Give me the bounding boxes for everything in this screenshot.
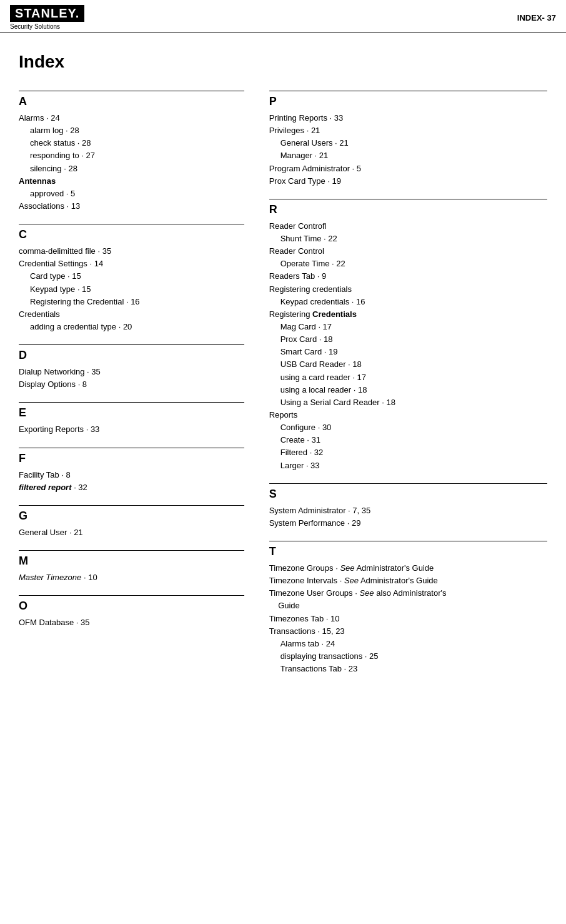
section-rule-s [269,483,547,484]
letter-o: O [19,600,244,613]
list-item: Master Timezone · 10 [19,573,97,582]
section-rule-c [19,224,244,224]
section-r-content: Reader Controfl Shunt Time · 22 Reader C… [269,220,547,472]
list-item: Antennas [19,176,56,186]
section-c-content: comma-delimitted file · 35 Credential Se… [19,245,244,333]
list-item: Reports [269,410,298,419]
letter-r: R [269,203,547,216]
list-item: Printing Reports · 33 [269,113,344,123]
logo-text: STANLEY. [15,6,79,20]
list-item: Registering credentials [269,284,352,294]
list-item: Prox Card Type · 19 [269,176,341,186]
list-item: Credential Settings · 14 [19,259,103,268]
list-item: Reader Controfl [269,221,327,231]
section-rule-a [19,91,244,91]
section-p-content: Printing Reports · 33 Privileges · 21 Ge… [269,112,547,188]
list-item: Facility Tab · 8 [19,470,71,480]
section-rule-f [19,448,244,448]
section-a-content: Alarms · 24 alarm log · 28 check status … [19,112,244,213]
list-item: Filtered · 32 [281,446,547,459]
list-item: Registering the Credential · 16 [30,296,244,308]
list-item: Timezone Groups · See Administrator's Gu… [269,563,434,573]
list-item: Shunt Time · 22 [281,233,547,245]
section-p: P Printing Reports · 33 Privileges · 21 … [269,91,547,188]
section-e: E Exporting Reports · 33 [19,402,244,436]
list-item: Card type · 15 [30,270,244,283]
list-item: System Administrator · 7, 35 [269,506,371,515]
section-c: C comma-delimitted file · 35 Credential … [19,224,244,333]
list-item: Keypad type · 15 [30,283,244,296]
list-item: Transactions · 15, 23 [269,626,345,636]
list-item: filtered report · 32 [19,483,87,492]
list-item: Display Options · 8 [19,379,87,389]
section-rule-e [19,402,244,403]
section-rule-t [269,541,547,541]
list-item: check status · 28 [30,137,244,149]
section-rule-r [269,199,547,199]
section-m-content: Master Timezone · 10 [19,571,244,584]
list-item: Keypad credentials · 16 [281,296,547,308]
list-item: System Performance · 29 [269,518,361,528]
list-item: General User · 21 [19,528,83,537]
letter-a: A [19,95,244,108]
list-item: using a card reader · 17 [281,371,547,384]
section-d: D Dialup Networking · 35 Display Options… [19,344,244,391]
list-item: displaying transactions · 25 [281,650,547,663]
list-item: Larger · 33 [281,459,547,472]
main-content: Index A Alarms · 24 alarm log · 28 check… [0,33,566,705]
list-item: Mag Card · 17 [281,321,547,333]
letter-m: M [19,555,244,568]
section-f-content: Facility Tab · 8 filtered report · 32 [19,469,244,494]
section-rule-g [19,505,244,506]
list-item: Dialup Networking · 35 [19,367,101,376]
letter-e: E [19,406,244,419]
letter-t: T [269,545,547,558]
section-o: O OFM Database · 35 [19,595,244,629]
list-item: Privileges · 21 [269,126,320,135]
section-o-content: OFM Database · 35 [19,616,244,629]
list-item: alarm log · 28 [30,124,244,137]
section-m: M Master Timezone · 10 [19,550,244,584]
list-item: Operate Time · 22 [281,258,547,270]
list-item: Smart Card · 19 [281,346,547,358]
list-item: General Users · 21 [281,137,547,149]
section-rule-m [19,550,244,551]
list-item: Alarms tab · 24 [281,638,547,650]
list-item: Using a Serial Card Reader · 18 [281,396,547,409]
section-d-content: Dialup Networking · 35 Display Options ·… [19,366,244,391]
list-item: Configure · 30 [281,421,547,434]
section-e-content: Exporting Reports · 33 [19,423,244,436]
list-item: Exporting Reports · 33 [19,424,99,434]
list-item: Manager · 21 [281,149,547,162]
list-item: Timezone User Groups · See also Administ… [269,588,447,610]
page-title: Index [19,52,547,72]
list-item: Alarms · 24 [19,113,60,123]
list-item: Prox Card · 18 [281,333,547,346]
section-r: R Reader Controfl Shunt Time · 22 Reader… [269,199,547,472]
section-t: T Timezone Groups · See Administrator's … [269,541,547,675]
letter-s: S [269,488,547,501]
logo-area: STANLEY. Security Solutions [10,5,84,30]
section-f: F Facility Tab · 8 filtered report · 32 [19,448,244,494]
list-item: Reader Control [269,246,324,256]
list-item: OFM Database · 35 [19,618,89,627]
section-s: S System Administrator · 7, 35 System Pe… [269,483,547,530]
letter-d: D [19,349,244,362]
list-item: using a local reader · 18 [281,384,547,396]
list-item: Timezones Tab · 10 [269,614,340,623]
list-item: approved · 5 [30,188,244,200]
letter-g: G [19,510,244,523]
list-item: comma-delimitted file · 35 [19,246,111,256]
section-rule-p [269,91,547,91]
section-a: A Alarms · 24 alarm log · 28 check statu… [19,91,244,213]
page-header: STANLEY. Security Solutions INDEX- 37 [0,0,566,33]
section-s-content: System Administrator · 7, 35 System Perf… [269,505,547,530]
list-item: Transactions Tab · 23 [281,663,547,675]
stanley-logo: STANLEY. [10,5,84,22]
section-rule-o [19,595,244,596]
list-item: Program Administrator · 5 [269,164,361,173]
letter-p: P [269,95,547,108]
section-g-content: General User · 21 [19,526,244,539]
list-item: Registering Credentials [269,309,357,319]
security-solutions-label: Security Solutions [10,23,84,30]
